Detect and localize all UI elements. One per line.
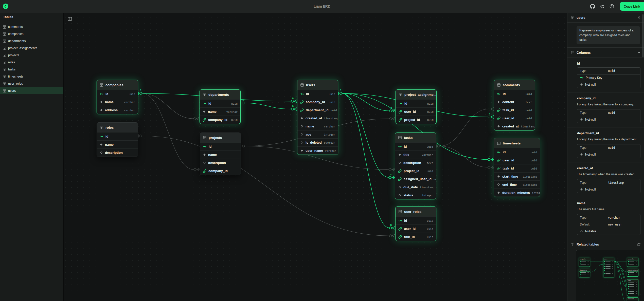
column-row-name[interactable]: namevarchar <box>297 122 338 130</box>
column-row-age[interactable]: ageinteger <box>297 130 338 138</box>
column-row-name[interactable]: name <box>97 140 138 148</box>
table-icon <box>3 89 6 93</box>
column-row-id[interactable]: iduuid <box>97 90 138 98</box>
table-node-header[interactable]: companies <box>97 80 138 90</box>
column-row-user_name[interactable]: user_namevarchar <box>297 146 338 155</box>
column-row-company_id[interactable]: company_iduuid <box>297 98 338 106</box>
column-row-created_at[interactable]: created_attimestamp <box>297 114 338 122</box>
key-icon <box>300 92 304 96</box>
table-icon <box>300 83 304 87</box>
key-icon <box>203 102 206 105</box>
diamond-icon <box>497 100 500 104</box>
table-node-user_roles[interactable]: user_rolesiduuiduser_iduuidrole_iduuid <box>395 206 436 241</box>
diamond-outline-icon <box>398 161 401 164</box>
column-row-is_deleted[interactable]: is_deletedboolean <box>297 138 338 146</box>
table-node-header[interactable]: roles <box>97 123 138 132</box>
table-node-header[interactable]: projects <box>200 133 241 142</box>
table-node-header[interactable]: tasks <box>395 133 436 142</box>
sidebar-item-timesheets[interactable]: timesheets <box>0 73 63 80</box>
column-row-id[interactable]: iduuid <box>297 90 338 98</box>
column-row-description[interactable]: description <box>97 148 138 157</box>
table-node-users[interactable]: usersiduuidcompany_iduuiddepartment_iduu… <box>297 80 338 155</box>
column-row-assigned_user_id[interactable]: assigned_user_iduuid <box>395 175 436 183</box>
column-row-user_id[interactable]: user_iduuid <box>494 114 535 122</box>
column-row-task_id[interactable]: task_iduuid <box>494 164 540 172</box>
column-row-status[interactable]: statusinteger <box>395 191 436 199</box>
column-row-user_id[interactable]: user_iduuid <box>494 156 540 164</box>
column-row-role_id[interactable]: role_iduuid <box>396 233 436 241</box>
related-tables-minimap[interactable]: companiesdepartmentsusersuser_rolesproje… <box>576 250 644 301</box>
table-node-project_assignments[interactable]: project_assignme...iduuiduser_iduuidproj… <box>396 89 437 124</box>
help-icon[interactable] <box>609 3 615 9</box>
svg-text:1: 1 <box>340 89 342 92</box>
link-icon <box>203 118 206 122</box>
column-row-project_id[interactable]: project_iduuid <box>396 116 436 124</box>
column-row-user_id[interactable]: user_iduuid <box>396 107 436 116</box>
column-row-department_id[interactable]: department_iduuid <box>297 106 338 114</box>
panel-scrollbar[interactable] <box>642 14 643 57</box>
sidebar-item-companies[interactable]: companies <box>0 30 63 37</box>
sidebar-item-project_assignments[interactable]: project_assignments <box>0 45 63 52</box>
sidebar-item-roles[interactable]: roles <box>0 59 63 66</box>
column-row-id[interactable]: iduuid <box>494 90 535 98</box>
column-row-id[interactable]: iduuid <box>395 142 436 150</box>
sidebar-item-users[interactable]: users <box>0 87 63 94</box>
table-node-header[interactable]: timesheets <box>494 138 540 148</box>
column-row-description[interactable]: descriptiontext <box>395 159 436 167</box>
table-node-projects[interactable]: projectsidnamedescriptioncompany_id <box>200 133 241 175</box>
flag-row-not-null: Not-null <box>577 151 640 158</box>
table-node-comments[interactable]: commentsiduuidcontenttexttask_iduuiduser… <box>494 80 535 130</box>
table-node-header[interactable]: departments <box>200 90 240 99</box>
column-row-id[interactable]: iduuid <box>396 99 436 107</box>
table-node-header[interactable]: comments <box>494 80 535 90</box>
sidebar-item-departments[interactable]: departments <box>0 37 63 45</box>
table-node-tasks[interactable]: tasksiduuidtitlevarchardescriptiontextpr… <box>395 133 436 199</box>
diamond-icon <box>580 188 583 191</box>
table-node-header[interactable]: users <box>297 80 338 90</box>
sidebar-item-comments[interactable]: comments <box>0 23 63 30</box>
sidebar-item-tasks[interactable]: tasks <box>0 66 63 73</box>
column-row-id[interactable]: id <box>97 132 138 140</box>
sidebar-toggle-icon[interactable] <box>67 16 73 22</box>
column-row-company_id[interactable]: company_iduuid <box>200 116 240 124</box>
column-row-title[interactable]: titlevarchar <box>395 150 436 159</box>
copy-link-button[interactable]: Copy Link <box>620 2 644 11</box>
column-row-name[interactable]: namevarchar <box>200 107 240 116</box>
table-node-roles[interactable]: rolesidnamedescription <box>97 122 138 157</box>
column-row-name[interactable]: name <box>200 150 241 159</box>
column-row-id[interactable]: iduuid <box>494 148 540 156</box>
column-row-due_date[interactable]: due_datetimestamp <box>395 183 436 191</box>
column-row-project_id[interactable]: project_iduuid <box>395 167 436 175</box>
chevron-up-icon[interactable] <box>637 51 641 54</box>
column-row-company_id[interactable]: company_id <box>200 167 241 175</box>
table-node-header[interactable]: project_assignme... <box>396 90 436 99</box>
link-icon <box>203 169 206 173</box>
column-row-id[interactable]: id <box>200 142 241 150</box>
table-node-companies[interactable]: companiesiduuidnamevarcharaddressvarchar <box>97 80 138 114</box>
close-icon[interactable] <box>637 16 641 19</box>
column-row-end_time[interactable]: end_timetimestamp <box>494 180 540 189</box>
column-row-id[interactable]: iduuid <box>396 216 436 224</box>
announcements-megaphone-icon[interactable] <box>599 3 605 9</box>
column-attributes-table: TypeuuidNot-null <box>577 109 640 123</box>
table-node-departments[interactable]: departmentsiduuidnamevarcharcompany_iduu… <box>200 89 241 124</box>
column-row-address[interactable]: addressvarchar <box>97 106 138 114</box>
table-node-timesheets[interactable]: timesheetsiduuiduser_iduuidtask_iduuidst… <box>494 138 540 197</box>
column-row-start_time[interactable]: start_timetimestamp <box>494 172 540 180</box>
sidebar-item-user_roles[interactable]: user_roles <box>0 80 63 87</box>
diamond-icon <box>497 125 500 128</box>
table-icon <box>100 126 103 129</box>
column-row-name[interactable]: namevarchar <box>97 98 138 106</box>
column-row-created_at[interactable]: created_attimestamp <box>494 122 535 130</box>
table-node-header[interactable]: user_roles <box>396 207 436 216</box>
column-row-id[interactable]: iduuid <box>200 99 240 107</box>
column-row-content[interactable]: contenttext <box>494 98 535 106</box>
column-row-duration_minutes[interactable]: duration_minutesinteger <box>494 189 540 197</box>
expand-icon[interactable] <box>637 243 641 246</box>
related-tables-title: Related tables <box>577 242 599 246</box>
sidebar-item-projects[interactable]: projects <box>0 52 63 59</box>
column-row-user_id[interactable]: user_iduuid <box>396 224 436 233</box>
column-row-task_id[interactable]: task_iduuid <box>494 106 535 114</box>
github-icon[interactable] <box>589 3 596 9</box>
column-row-description[interactable]: description <box>200 159 241 167</box>
